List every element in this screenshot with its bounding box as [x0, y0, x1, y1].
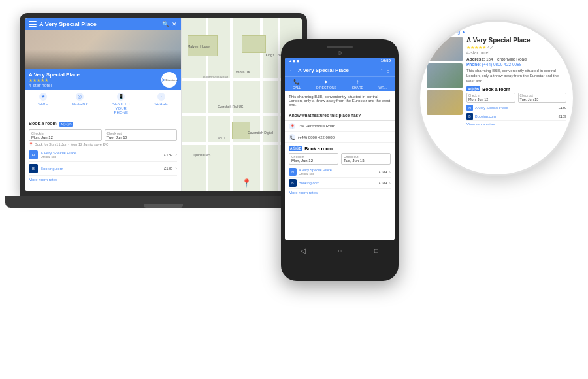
- more-icon-phone[interactable]: ⋮: [385, 67, 391, 73]
- checkin-box[interactable]: Check in Mon, Jun 12: [29, 129, 102, 141]
- book-room-section: Book a room AⓑⓑB Check in Mon, Jun 12 Ch…: [25, 118, 181, 184]
- more-action[interactable]: ⋯ WR...: [379, 79, 387, 90]
- recent-button[interactable]: □: [372, 246, 381, 255]
- date-row: Check in Mon, Jun 12 Check out Tue, Jun …: [29, 129, 177, 141]
- directions-action[interactable]: ➤ DIRECTIONS: [316, 79, 336, 90]
- hotel-item-official[interactable]: H A Very Special Place Official site £18…: [29, 148, 177, 162]
- hotel-item-booking[interactable]: B Booking.com £189 ›: [29, 162, 177, 176]
- magnify-main: A Very Special Place ★★★★★ 4.4 4-star ho…: [427, 37, 566, 127]
- directions-label: Directions: [166, 78, 178, 82]
- magnify-phone[interactable]: Phone: (+44) 0800 422 0088: [466, 62, 566, 67]
- chevron-right-phone-1: ›: [389, 169, 391, 175]
- place-name: A Very Special Place: [29, 72, 80, 78]
- phone-icon: 📞: [289, 134, 295, 140]
- laptop-device: A Very Special Place 🔍 ✕ A Very Special …: [20, 13, 307, 209]
- booking-com-icon: B: [29, 164, 38, 173]
- checkout-box[interactable]: Check out Tue, Jun 13: [105, 129, 178, 141]
- phone-body: ▲ ◼ ◼ 10:50 ← A Very Special Place ↑ ⋮ 📞…: [281, 39, 399, 281]
- phone-device: ▲ ◼ ◼ 10:50 ← A Very Special Place ↑ ⋮ 📞…: [281, 39, 399, 281]
- phone-book-title: AⓑⓑB Book a room: [289, 146, 391, 151]
- place-hero-image: [25, 30, 181, 69]
- map-label-malvern: Malvern House: [188, 44, 210, 48]
- share-action[interactable]: ↑ SHARE: [154, 93, 168, 115]
- nearby-action[interactable]: ◎ NEARBY: [72, 93, 88, 115]
- map-block-2: [242, 35, 266, 52]
- map-label-pentonville: Pentonville Road: [203, 75, 228, 79]
- share-icon-action: ↑: [356, 79, 359, 85]
- phone-hotel-booking[interactable]: B Booking.com £189 ›: [289, 178, 391, 189]
- map-label-a501: A501: [218, 136, 225, 140]
- phone-signal: ▲ ◼ ◼: [289, 59, 299, 63]
- phone-place-name: A Very Special Place: [298, 67, 378, 73]
- location-icon: 📍: [29, 142, 33, 146]
- promo-text: 📍 Book for Sun 11 Jun - Mon 12 Jun to sa…: [29, 142, 177, 146]
- search-icon[interactable]: 🔍: [162, 21, 169, 27]
- magnify-more-rates[interactable]: View more rates: [466, 121, 566, 127]
- place-image-2: [427, 63, 463, 88]
- menu-icon[interactable]: [29, 21, 37, 27]
- share-action-phone[interactable]: ↑ SHARE: [352, 79, 363, 90]
- place-image-1: [427, 37, 463, 61]
- magnify-checkin[interactable]: Check in Mon, Jun 12: [466, 93, 515, 103]
- save-icon: ★: [39, 93, 47, 101]
- close-icon[interactable]: ✕: [172, 21, 177, 27]
- address-icon: 📍: [289, 123, 295, 129]
- back-button[interactable]: ◁: [299, 246, 308, 255]
- phone-checkout[interactable]: Check out Tue, Jun 13: [341, 153, 391, 165]
- laptop-body: A Very Special Place 🔍 ✕ A Very Special …: [20, 13, 307, 196]
- filter-rating[interactable]: Rating ▲: [447, 29, 466, 34]
- laptop-sidebar: A Very Special Place 🔍 ✕ A Very Special …: [25, 18, 182, 191]
- back-arrow-icon[interactable]: ←: [289, 67, 295, 74]
- magnify-date-row: Check in Mon, Jun 12 Check out Tue, Jun …: [466, 93, 566, 103]
- place-image-3: [427, 90, 463, 115]
- phone-more-rates[interactable]: More room rates: [289, 189, 391, 197]
- magnify-checkout[interactable]: Check out Tue, Jun 13: [518, 93, 567, 103]
- send-to-phone-action[interactable]: 📱 SEND TO YOUR PHONE: [111, 93, 131, 115]
- magnify-top-strip: Price ▲ Rating ▲: [427, 29, 566, 34]
- send-phone-icon: 📱: [117, 93, 125, 101]
- phone-bottom-bar: ◁ ○ □: [285, 240, 395, 257]
- more-rates-link[interactable]: More room rates: [29, 178, 177, 182]
- magnify-hotel-official[interactable]: H A Very Special Place £189: [466, 104, 566, 112]
- place-info-bar: A Very Special Place ★★★★★ 4-star hotel …: [25, 69, 181, 90]
- magnify-filters: Price ▲ Rating ▲: [427, 29, 466, 34]
- phone-top-bar: ← A Very Special Place ↑ ⋮: [285, 64, 395, 76]
- save-action[interactable]: ★ SAVE: [38, 93, 48, 115]
- magnify-type: 4-star hotel: [466, 50, 566, 55]
- phone-top-icons: ↑ ⋮: [380, 67, 391, 73]
- call-action[interactable]: 📞 CALL: [293, 79, 301, 90]
- more-icon-action: ⋯: [380, 79, 385, 85]
- chevron-right-icon: ›: [175, 152, 177, 157]
- directions-button[interactable]: ➤ Directions: [161, 72, 177, 88]
- magnify-hotel-booking[interactable]: B Booking.com £189: [466, 112, 566, 121]
- home-button[interactable]: ○: [335, 246, 344, 255]
- laptop-screen: A Very Special Place 🔍 ✕ A Very Special …: [25, 18, 302, 191]
- map-pin: [242, 176, 250, 186]
- place-actions: ★ SAVE ◎ NEARBY 📱 SEND TO YOUR PHONE ↑ S…: [25, 90, 181, 118]
- map-label-eversholt: Eversholt Rail UK: [218, 105, 243, 108]
- phone-checkin[interactable]: Check in Mon, Jun 12: [289, 153, 338, 165]
- vertical-road-4: [278, 18, 280, 191]
- sidebar-title: A Very Special Place: [39, 21, 159, 27]
- filter-price[interactable]: Price ▲: [427, 29, 443, 34]
- phone-speaker: [327, 46, 353, 48]
- phone-action-bar: 📞 CALL ➤ DIRECTIONS ↑ SHARE ⋯ WR...: [285, 76, 395, 91]
- magnify-hotel-ico-booking: B: [466, 113, 473, 120]
- abb-logo: AⓑⓑB: [59, 122, 73, 127]
- phone-hotel-official[interactable]: H A Very Special Place Official site £18…: [289, 167, 391, 178]
- share-icon-phone[interactable]: ↑: [380, 67, 383, 73]
- phone-address-row: 📍 154 Pentonville Road: [285, 121, 395, 132]
- phone-phone-row[interactable]: 📞 (+44) 0800 422 0088: [285, 132, 395, 143]
- phone-features-question: Know what features this place has?: [285, 110, 395, 121]
- magnify-panel: Price ▲ Rating ▲ A Very Special Place ★★…: [418, 20, 575, 176]
- call-icon: 📞: [293, 79, 300, 85]
- phone-screen: ▲ ◼ ◼ 10:50 ← A Very Special Place ↑ ⋮ 📞…: [285, 58, 395, 240]
- phone-camera: [338, 51, 342, 55]
- hotel-ico-official: H: [289, 168, 297, 176]
- magnify-book-title: AⓑⓑB Book a room: [466, 86, 566, 91]
- directions-arrow: ➤: [161, 77, 166, 83]
- magnify-details: A Very Special Place ★★★★★ 4.4 4-star ho…: [466, 37, 566, 127]
- magnify-hotel-ico-official: H: [466, 105, 473, 111]
- phone-status-bar: ▲ ◼ ◼ 10:50: [285, 58, 395, 64]
- phone-time: 10:50: [381, 59, 391, 63]
